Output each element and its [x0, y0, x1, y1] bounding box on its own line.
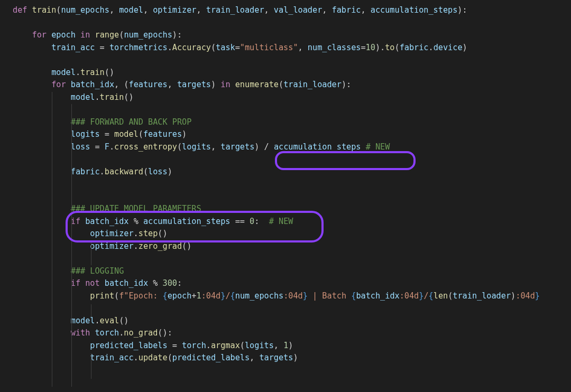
comment-update-params: ### UPDATE MODEL PARAMETERS [71, 204, 201, 213]
comment-logging: ### LOGGING [71, 266, 124, 276]
comment-forward-back: ### FORWARD AND BACK PROP [71, 117, 192, 127]
indent-guide [91, 304, 91, 317]
code-block: def train(num_epochs, model, optimizer, … [0, 4, 571, 365]
indent-guide [91, 241, 91, 265]
comment-new-1: # NEW [366, 142, 390, 152]
indent-guide [71, 104, 72, 387]
comment-new-2: # NEW [269, 217, 293, 226]
indent-guide [91, 353, 91, 379]
indent-guide [52, 92, 52, 387]
fn-train: train [32, 5, 57, 15]
kw-def: def [13, 5, 27, 15]
code-editor: def train(num_epochs, model, optimizer, … [0, 0, 571, 392]
